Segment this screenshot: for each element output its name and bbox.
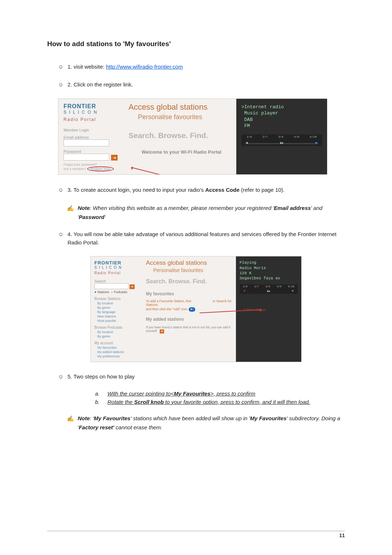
hand-icon: ✍ [67, 414, 78, 424]
password-field[interactable] [64, 154, 109, 161]
radio-line-playing: Playing [240, 260, 298, 265]
browse-stations-heading: Browse Stations [94, 297, 142, 301]
page-number: 11 [47, 532, 345, 538]
substep-b: b. Rotate the Scroll knob to your favori… [95, 399, 345, 405]
search-input[interactable] [94, 283, 128, 289]
prev-icon: ◄ [246, 141, 248, 145]
note-2: ✍ Note: 'My Favourites' stations which h… [67, 414, 345, 432]
step-3-before: To create account login, you need to inp… [73, 187, 205, 193]
note-1: ✍ Note: When visiting this website as a … [67, 203, 345, 222]
my-added-stations-heading: My added stations [146, 317, 233, 322]
radio-display: >Internet radio Music player DAB FM 1/6 … [236, 99, 327, 174]
radio-stations[interactable]: Stations [97, 290, 109, 294]
sidebar-item-my-preferences[interactable]: My preferences [97, 355, 142, 358]
step-5-text: Two steps on how to play [73, 373, 134, 380]
portal-tagline-area: Access global stations Personalise favou… [127, 99, 236, 174]
welcome-text: Welcome to your Wi-Fi Radio Portal [142, 149, 232, 155]
brand-bottom: S I L I C O N [64, 110, 123, 115]
note2-after2: cannot erase them. [114, 424, 163, 430]
note1-before: : When visiting this website as a member… [90, 205, 274, 211]
tick: 3/8 [278, 135, 283, 138]
tagline-2: Personalise favourites [153, 267, 233, 273]
brand-top: FRONTIER [64, 103, 123, 110]
sidebar-item-by-language[interactable]: By language [97, 310, 142, 314]
register-link-callout[interactable]: Register here [87, 166, 114, 171]
smiley-icon: ☺ [58, 62, 68, 71]
play-icon: ▮▶ [267, 289, 270, 293]
step-2-number: 2. [68, 81, 72, 88]
sidebar-item-new-stations[interactable]: New stations [97, 315, 142, 318]
note2-bold3: Factory reset' [79, 424, 114, 430]
substep-b-bold: Scroll knob [134, 399, 164, 405]
sidebar-item-pod-genre[interactable]: By genre [97, 335, 142, 338]
sidebar-item-pod-location[interactable]: By location [97, 330, 142, 334]
brand-top: FRONTIER [94, 260, 142, 266]
note1-after: ' [105, 214, 106, 220]
forgot-password-link[interactable]: Forgot your password? [64, 163, 123, 166]
footer-rule [47, 530, 345, 531]
substep-b-letter: b. [95, 399, 107, 405]
my-favourites-heading: My favourites [146, 291, 233, 296]
radio-dial: 1/6 2/7 3/8 4/9 5/10 ◄ ▮▶ ► [241, 134, 322, 146]
register-arrow-callout [131, 167, 188, 175]
step-1-number: 1. [68, 64, 72, 70]
radio-line-music: Music player [241, 110, 322, 117]
sidebar-item-by-location[interactable]: By location [97, 301, 142, 305]
sidebar-item-by-genre[interactable]: By genre [97, 306, 142, 309]
note-label: Note [78, 415, 90, 421]
next-icon: ► [315, 141, 318, 145]
hand-icon: ✍ [67, 203, 78, 213]
brand-sub: Radio Portal [94, 271, 142, 275]
note2-mid1: ' stations which have been added will sh… [130, 415, 250, 421]
play-icon: ▮▶ [280, 141, 284, 145]
login-sidebar: FRONTIER S I L I C O N Radio Portal Memb… [58, 99, 127, 174]
step-3-number: 3. [68, 187, 72, 193]
tick: 4/9 [277, 285, 282, 288]
radio-dial: 1/6 2/7 3/8 4/9 5/10 ◄ ▮▶ ► [240, 284, 298, 294]
tagline-1: Access global stations [146, 259, 233, 267]
tick: 4/9 [294, 135, 299, 138]
tick: 5/10 [288, 285, 294, 288]
substep-a-bold: My Favourites [174, 390, 211, 397]
sidebar-item-my-added-stations[interactable]: My added stations [97, 350, 142, 354]
website-link[interactable]: http://www.wifiradio-frontier.com [106, 64, 183, 70]
portal-login-screenshot: FRONTIER S I L I C O N Radio Portal Memb… [58, 98, 327, 175]
note2-bold2: My Favourites [250, 415, 287, 421]
login-go-button[interactable]: ➜ [111, 155, 118, 161]
substep-b-before: Rotate the [107, 399, 134, 405]
radio-line-bitrate: 128 K [240, 271, 298, 276]
step-4: ☺ 4. You will now be able take advatage … [58, 230, 345, 247]
radio-line-dab: DAB [241, 117, 322, 123]
sidebar-item-most-popular[interactable]: Most popular [97, 319, 142, 323]
browse-podcasts-heading: Browse Podcasts [94, 325, 142, 329]
page-footer: 11 [47, 530, 345, 538]
radio-dot-icon[interactable]: ● [94, 290, 96, 294]
step-5-number: 5. [68, 373, 72, 380]
step-2-text: Click on the register link. [74, 81, 133, 88]
search-go-button[interactable]: ➜ [130, 284, 135, 289]
play-substeps: a. With the curser pointing to<My Favour… [95, 390, 345, 405]
tick: 2/7 [254, 285, 259, 288]
radio-circle-icon[interactable]: ○ [111, 290, 113, 294]
search-heading: Search [94, 279, 142, 283]
tagline-2: Personalise favourites [138, 113, 232, 121]
radio-line-track: Segavibes faya av [240, 276, 298, 281]
step-2: ☺ 2. Click on the register link. [58, 80, 345, 89]
email-label: Email address [64, 135, 123, 139]
radio-podcasts[interactable]: Podcasts [114, 290, 127, 294]
loggedin-main: Access global stations Personalise favou… [144, 256, 236, 362]
add-station-go-button[interactable]: ➜ [160, 329, 164, 333]
step-4-number: 4. [68, 231, 72, 237]
substep-a-letter: a. [95, 390, 107, 397]
sidebar-item-my-favourites[interactable]: My favourites [97, 346, 142, 349]
smiley-icon: ☺ [58, 372, 68, 381]
find-station-callout-text: to find a station, [243, 308, 266, 312]
add-favourite-icon[interactable]: ♥+ [189, 307, 195, 312]
radio-line-station: Radio Moris [240, 266, 298, 271]
step-3-bold: Access Code [205, 187, 240, 193]
portal-loggedin-screenshot: FRONTIER S I L I C O N Radio Portal Sear… [90, 256, 302, 362]
not-a-member: Not a member? [64, 167, 86, 171]
email-field[interactable] [64, 139, 109, 146]
substep-a-after: >, press to confirm [211, 390, 256, 397]
smiley-icon: ☺ [58, 80, 68, 89]
